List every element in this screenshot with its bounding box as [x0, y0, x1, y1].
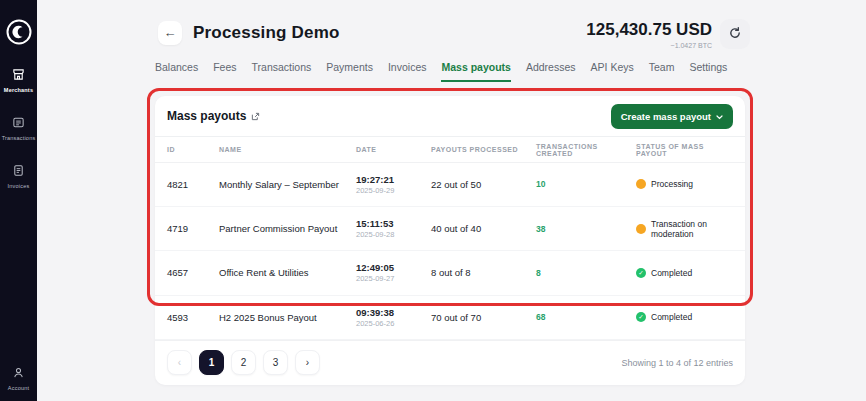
balance-btc: ~1.0427 BTC: [586, 42, 712, 49]
sidebar: Merchants Transactions Invoices Account: [0, 0, 37, 401]
status-dot-icon: [636, 179, 646, 189]
tab-fees[interactable]: Fees: [213, 61, 236, 82]
payouts-processed: 22 out of 50: [431, 179, 536, 190]
table-column-headers: ID NAME DATE PAYOUTS PROCESSED TRANSACTI…: [155, 137, 745, 163]
payout-name: Office Rent & Utilities: [219, 267, 356, 278]
pagination-prev-button[interactable]: ‹: [167, 350, 192, 375]
table-row[interactable]: 4719 Partner Commission Payout 15:11:53 …: [155, 207, 745, 251]
pagination: ‹ 1 2 3 › Showing 1 to 4 of 12 entries: [155, 340, 745, 385]
card-header: Mass payouts Create mass payout: [155, 96, 745, 137]
payout-date: 19:27:21 2025-09-29: [356, 174, 431, 195]
payout-date: 09:39:38 2025-06-26: [356, 307, 431, 328]
app-logo-icon[interactable]: [6, 19, 32, 45]
status-badge: ✓ Completed: [636, 268, 733, 278]
table-row[interactable]: 4593 H2 2025 Bonus Payout 09:39:38 2025-…: [155, 296, 745, 340]
sidebar-item-invoices[interactable]: Invoices: [0, 163, 37, 189]
chevron-down-icon: [716, 111, 723, 122]
create-mass-payout-button[interactable]: Create mass payout: [611, 104, 733, 129]
payout-id: 4821: [167, 179, 219, 190]
payouts-processed: 70 out of 70: [431, 312, 536, 323]
tab-payments[interactable]: Payments: [326, 61, 373, 82]
transactions-created: 8: [536, 268, 636, 278]
sidebar-item-merchants[interactable]: Merchants: [0, 67, 37, 93]
column-payouts-processed: PAYOUTS PROCESSED: [431, 146, 536, 153]
status-badge: Transaction on moderation: [636, 219, 733, 239]
page-title: Processing Demo: [193, 23, 340, 43]
tab-addresses[interactable]: Addresses: [526, 61, 576, 82]
column-transactions-created: TRANSACTIONS CREATED: [536, 143, 636, 157]
column-id: ID: [167, 146, 219, 153]
refresh-icon: [728, 26, 742, 43]
status-label: Transaction on moderation: [651, 219, 733, 239]
balance-usd: 125,430.75 USD: [586, 20, 712, 40]
transactions-created: 10: [536, 179, 636, 189]
sidebar-item-label: Transactions: [2, 135, 36, 141]
tab-api-keys[interactable]: API Keys: [591, 61, 634, 82]
pagination-summary: Showing 1 to 4 of 12 entries: [621, 358, 733, 368]
column-status: STATUS OF MASS PAYOUT: [636, 143, 733, 157]
external-link-icon[interactable]: [251, 107, 260, 125]
person-icon: [12, 365, 25, 383]
payout-name: Monthly Salary – September: [219, 179, 356, 190]
tab-transactions[interactable]: Transactions: [252, 61, 312, 82]
tab-bar: Balances Fees Transactions Payments Invo…: [155, 61, 727, 82]
status-label: Completed: [651, 312, 692, 322]
status-badge: ✓ Completed: [636, 312, 733, 322]
mass-payouts-card: Mass payouts Create mass payout ID NAME …: [155, 96, 745, 385]
status-dot-icon: [636, 224, 646, 234]
tab-mass-payouts[interactable]: Mass payouts: [441, 61, 510, 82]
status-check-icon: ✓: [636, 312, 646, 322]
status-label: Processing: [651, 179, 693, 189]
payout-name: Partner Commission Payout: [219, 223, 356, 234]
sidebar-item-label: Account: [8, 385, 29, 391]
storefront-icon: [12, 67, 25, 85]
tab-settings[interactable]: Settings: [689, 61, 727, 82]
pagination-next-button[interactable]: ›: [295, 350, 320, 375]
payout-name: H2 2025 Bonus Payout: [219, 312, 356, 323]
transactions-created: 38: [536, 224, 636, 234]
arrow-left-icon: ←: [164, 25, 177, 40]
table-row[interactable]: 4821 Monthly Salary – September 19:27:21…: [155, 163, 745, 207]
back-button[interactable]: ←: [158, 21, 182, 45]
payouts-processed: 8 out of 8: [431, 267, 536, 278]
status-check-icon: ✓: [636, 268, 646, 278]
column-name: NAME: [219, 146, 356, 153]
pagination-page-1[interactable]: 1: [199, 350, 224, 375]
sidebar-item-transactions[interactable]: Transactions: [0, 115, 37, 141]
tab-balances[interactable]: Balances: [155, 61, 198, 82]
sidebar-item-label: Invoices: [8, 183, 30, 189]
sidebar-item-account[interactable]: Account: [0, 365, 37, 391]
status-badge: Processing: [636, 179, 733, 189]
sidebar-item-label: Merchants: [4, 87, 33, 93]
transactions-created: 68: [536, 312, 636, 322]
payout-id: 4657: [167, 267, 219, 278]
chevron-right-icon: ›: [306, 357, 309, 368]
pagination-page-3[interactable]: 3: [263, 350, 288, 375]
invoice-icon: [12, 163, 25, 181]
column-date: DATE: [356, 146, 431, 153]
status-label: Completed: [651, 268, 692, 278]
payout-id: 4593: [167, 312, 219, 323]
balance-display: 125,430.75 USD ~1.0427 BTC: [586, 20, 712, 49]
payout-id: 4719: [167, 223, 219, 234]
payout-date: 15:11:53 2025-09-28: [356, 218, 431, 239]
chevron-left-icon: ‹: [178, 357, 181, 368]
tab-invoices[interactable]: Invoices: [388, 61, 427, 82]
payouts-processed: 40 out of 40: [431, 223, 536, 234]
tab-team[interactable]: Team: [649, 61, 675, 82]
list-icon: [12, 115, 25, 133]
card-title: Mass payouts: [167, 109, 246, 123]
refresh-button[interactable]: [720, 19, 750, 49]
payout-date: 12:49:05 2025-09-27: [356, 262, 431, 283]
pagination-page-2[interactable]: 2: [231, 350, 256, 375]
table-row[interactable]: 4657 Office Rent & Utilities 12:49:05 20…: [155, 251, 745, 295]
